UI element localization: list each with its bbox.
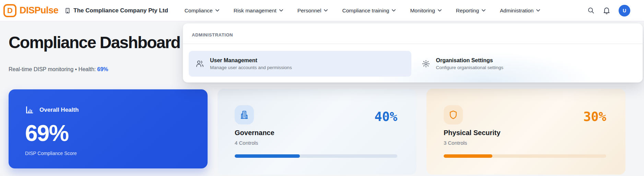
- dropdown-items: User Management Manage user accounts and…: [183, 44, 643, 77]
- brand-wordmark: DISPulse: [20, 5, 58, 16]
- dispulse-logo-icon: D: [3, 4, 16, 17]
- user-avatar[interactable]: U: [619, 5, 630, 16]
- overall-health-card[interactable]: Overall Health 69% DISP Compliance Score: [9, 89, 208, 168]
- primary-nav: Compliance Risk management Personnel Com…: [185, 8, 540, 14]
- page-title: Compliance Dashboard: [9, 33, 180, 52]
- building-icon: [65, 8, 71, 14]
- chevron-down-icon: [324, 9, 328, 12]
- overall-health-value: 69%: [25, 120, 191, 146]
- dashboard-cards: Overall Health 69% DISP Compliance Score…: [9, 89, 625, 175]
- governance-percent: 40%: [374, 109, 397, 124]
- governance-progress-fill: [235, 154, 300, 158]
- nav-item-monitoring[interactable]: Monitoring: [410, 8, 441, 14]
- governance-progressbar: [235, 154, 397, 158]
- bar-chart-icon: [25, 105, 34, 114]
- top-navbar: D DISPulse The Compliance Company Pty Lt…: [0, 0, 644, 21]
- nav-item-reporting[interactable]: Reporting: [456, 8, 485, 14]
- menu-item-title: Organisation Settings: [436, 57, 504, 64]
- chevron-down-icon: [392, 9, 396, 12]
- physical-security-progress-fill: [444, 154, 492, 158]
- company-selector: The Compliance Company Pty Ltd: [65, 7, 168, 14]
- administration-dropdown-menu: ADMINISTRATION User Management Manage us…: [183, 23, 643, 82]
- nav-item-risk-management[interactable]: Risk management: [234, 8, 283, 14]
- governance-controls-count: 4 Controls: [235, 140, 397, 146]
- health-value: 69%: [97, 66, 108, 72]
- logo-letter: D: [7, 6, 13, 15]
- menu-item-description: Configure organisational settings: [436, 65, 504, 70]
- physical-security-percent: 30%: [583, 109, 606, 124]
- users-icon: [196, 59, 204, 68]
- physical-security-controls-count: 3 Controls: [444, 140, 606, 146]
- overall-health-caption: DISP Compliance Score: [25, 151, 191, 156]
- chevron-down-icon: [215, 9, 219, 12]
- governance-title: Governance: [235, 129, 397, 137]
- governance-card[interactable]: 40% Governance 4 Controls: [218, 89, 417, 175]
- nav-item-compliance[interactable]: Compliance: [185, 8, 219, 14]
- nav-item-administration[interactable]: Administration: [500, 8, 540, 14]
- company-name: The Compliance Company Pty Ltd: [73, 7, 168, 14]
- shield-icon: [448, 110, 458, 120]
- chevron-down-icon: [482, 9, 485, 12]
- governance-iconbox: [235, 105, 254, 124]
- overall-health-label: Overall Health: [39, 107, 79, 113]
- physical-security-progressbar: [444, 154, 606, 158]
- navbar-actions: U: [587, 5, 630, 16]
- chevron-down-icon: [279, 9, 283, 12]
- physical-security-title: Physical Security: [444, 129, 606, 137]
- menu-item-organisation-settings[interactable]: Organisation Settings Configure organisa…: [415, 51, 637, 77]
- nav-item-compliance-training[interactable]: Compliance training: [342, 8, 396, 14]
- nav-item-personnel[interactable]: Personnel: [297, 8, 328, 14]
- physical-security-card[interactable]: 30% Physical Security 3 Controls: [426, 89, 625, 175]
- gear-icon: [422, 59, 430, 68]
- page-subtitle: Real-time DISP monitoring • Health:69%: [9, 66, 108, 73]
- building-office-icon: [239, 110, 249, 120]
- brand[interactable]: D DISPulse: [3, 4, 58, 17]
- physical-security-iconbox: [444, 105, 463, 124]
- chevron-down-icon: [536, 9, 540, 12]
- search-icon[interactable]: [587, 7, 595, 14]
- menu-item-title: User Management: [210, 57, 292, 64]
- dropdown-section-label: ADMINISTRATION: [183, 23, 643, 44]
- menu-item-user-management[interactable]: User Management Manage user accounts and…: [189, 51, 411, 77]
- bell-icon[interactable]: [603, 7, 610, 14]
- chevron-down-icon: [438, 9, 442, 12]
- menu-item-description: Manage user accounts and permissions: [210, 65, 292, 70]
